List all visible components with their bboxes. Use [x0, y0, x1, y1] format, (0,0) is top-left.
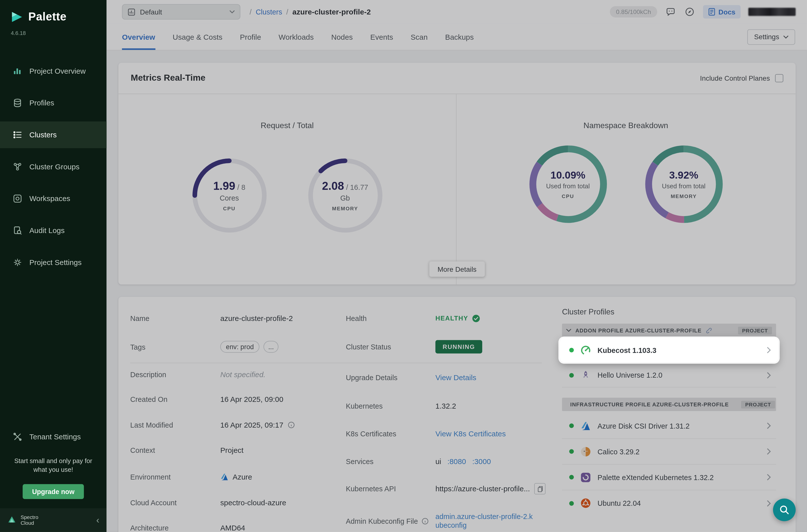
tools-icon [12, 432, 22, 442]
sidebar-item-audit-logs[interactable]: Audit Logs [0, 217, 107, 244]
sidebar-item-workspaces[interactable]: Workspaces [0, 185, 107, 212]
page-body: Metrics Real-Time Include Control Planes… [107, 51, 807, 532]
link-icon [706, 327, 713, 334]
breadcrumb-clusters-link[interactable]: Clusters [256, 8, 282, 16]
profile-item-hello-universe[interactable]: Hello Universe 1.2.0 [562, 363, 776, 387]
service-port-link[interactable]: :3000 [472, 457, 491, 466]
detail-label: Cloud Account [130, 498, 220, 507]
tab-events[interactable]: Events [370, 24, 393, 50]
view-details-link[interactable]: View Details [435, 374, 476, 382]
sidebar-item-project-overview[interactable]: Project Overview [0, 58, 107, 84]
profile-item-azure-disk-csi[interactable]: Azure Disk CSI Driver 1.31.2 [562, 413, 776, 439]
azure-icon [579, 420, 592, 432]
spectro-cloud-logo-icon [7, 515, 17, 525]
view-k8s-certificates-link[interactable]: View K8s Certificates [435, 430, 506, 438]
cpu-request-gauge: 1.99/ 8 Cores CPU [191, 157, 268, 234]
chevron-right-icon [767, 347, 771, 354]
settings-button[interactable]: Settings [747, 29, 795, 44]
detail-label: Services [346, 457, 435, 466]
detail-row-admin-kubeconfig: Admin Kubeconfig File admin.azure-cluste… [346, 513, 534, 530]
detail-value: AMD64 [220, 524, 245, 532]
status-dot [569, 449, 574, 454]
detail-label: Kubernetes API [346, 484, 435, 493]
chevron-right-icon [767, 372, 771, 378]
infrastructure-profile-header[interactable]: INFRASTRUCTURE PROFILE AZURE-CLUSTER-PRO… [562, 398, 776, 411]
detail-row-upgrade-details: Upgrade Details View Details [346, 374, 476, 382]
search-fab-button[interactable] [773, 498, 796, 521]
docs-button[interactable]: Docs [703, 5, 740, 19]
include-control-planes-checkbox[interactable] [775, 74, 783, 82]
detail-label: Kubernetes [346, 402, 435, 410]
sidebar-item-label: Clusters [29, 131, 57, 139]
user-menu-redacted[interactable] [748, 8, 796, 16]
sidebar-item-label: Workspaces [29, 194, 70, 203]
content-area: Default / Clusters / azure-cluster-profi… [107, 0, 807, 532]
detail-label: Health [346, 315, 435, 323]
sidebar-collapse-chevron[interactable]: ‹ [96, 515, 99, 525]
sidebar-item-project-settings[interactable]: Project Settings [0, 249, 107, 276]
detail-row-kubernetes-api: Kubernetes API https://azure-cluster-pro… [346, 483, 545, 494]
search-icon [779, 504, 790, 515]
gauge-label: CPU [223, 206, 236, 212]
upgrade-button[interactable]: Upgrade now [23, 484, 84, 499]
info-icon [287, 421, 295, 429]
service-port-link[interactable]: :8080 [448, 457, 466, 466]
profile-item-calico[interactable]: Calico 3.29.2 [562, 439, 776, 464]
sidebar-item-tenant-settings[interactable]: Tenant Settings [0, 423, 107, 450]
cpu-namespace-donut: 10.09% Used from total CPU [528, 144, 608, 224]
tab-backups[interactable]: Backups [445, 24, 474, 50]
spectro-cloud-brand: Spectro Cloud [20, 514, 38, 526]
more-details-button[interactable]: More Details [429, 261, 485, 277]
breadcrumb-current: azure-cluster-profile-2 [292, 8, 371, 16]
project-selector[interactable]: Default [122, 4, 240, 19]
addon-profile-header[interactable]: ADDON PROFILE AZURE-CLUSTER-PROFILE PROJ… [562, 324, 776, 337]
tags-more-chip[interactable]: ... [264, 341, 278, 353]
chevron-right-icon [767, 474, 771, 480]
chat-icon[interactable] [665, 6, 676, 18]
palette-logo: Palette [0, 0, 107, 24]
sidebar-item-profiles[interactable]: Profiles [0, 90, 107, 116]
cluster-list-icon [12, 130, 22, 140]
detail-label: Tags [130, 343, 220, 351]
detail-row-environment: Environment Azure [130, 473, 252, 481]
chevron-down-icon [566, 329, 571, 332]
gauge-total: / 16.77 [346, 183, 368, 191]
detail-value: Not specified. [220, 370, 266, 379]
detail-label: Last Modified [130, 421, 220, 429]
tab-workloads[interactable]: Workloads [279, 24, 314, 50]
gear-icon [12, 257, 22, 267]
detail-row-tags: Tags env: prod ... [130, 341, 278, 353]
detail-label: Upgrade Details [346, 374, 435, 382]
tag-chip: env: prod [220, 341, 260, 353]
project-selector-value: Default [140, 8, 162, 16]
detail-label: Created On [130, 395, 220, 403]
tab-nodes[interactable]: Nodes [331, 24, 353, 50]
profile-item-ubuntu[interactable]: Ubuntu 22.04 [562, 490, 776, 516]
detail-label: Name [130, 315, 220, 323]
audit-icon [12, 225, 22, 235]
gauge-value: 1.99 [213, 179, 235, 193]
chevron-right-icon [767, 448, 771, 455]
tab-overview[interactable]: Overview [122, 24, 155, 50]
metrics-card: Metrics Real-Time Include Control Planes… [118, 63, 796, 284]
status-dot [569, 501, 574, 506]
detail-row-last-modified: Last Modified 16 Apr 2025, 09:17 [130, 421, 295, 429]
detail-value: 16 Apr 2025, 09:00 [220, 395, 283, 403]
donut-caption: Used from total [662, 183, 706, 190]
profile-item-label: Ubuntu 22.04 [598, 499, 761, 507]
detail-label: K8s Certificates [346, 430, 435, 438]
cluster-profiles-panel: Cluster Profiles ADDON PROFILE AZURE-CLU… [562, 307, 776, 516]
workspace-icon [12, 194, 22, 204]
compass-icon[interactable] [684, 6, 695, 18]
sidebar-item-cluster-groups[interactable]: Cluster Groups [0, 153, 107, 180]
tab-usage-costs[interactable]: Usage & Costs [173, 24, 222, 50]
profile-item-palette-extended-kubernetes[interactable]: Palette eXtended Kubernetes 1.32.2 [562, 464, 776, 490]
donut-label: CPU [562, 194, 574, 199]
profile-item-kubecost[interactable]: Kubecost 1.103.3 [560, 338, 778, 362]
copy-icon[interactable] [534, 483, 545, 494]
status-dot [569, 373, 574, 377]
sidebar-item-clusters[interactable]: Clusters [0, 121, 107, 148]
tab-profile[interactable]: Profile [240, 24, 261, 50]
tab-scan[interactable]: Scan [411, 24, 428, 50]
kubeconfig-file-link[interactable]: admin.azure-cluster-profile-2.kubeconfig [435, 513, 534, 530]
